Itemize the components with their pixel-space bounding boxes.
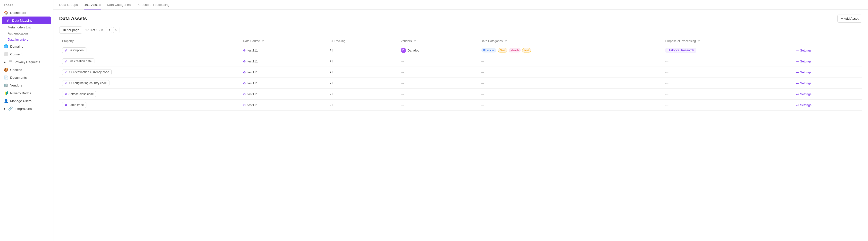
property-tag-icon: ⇄ — [65, 49, 67, 52]
sidebar: Pages 🏠 Dashboard ⇄ Data Mapping Metamod… — [0, 0, 53, 241]
property-tag-icon: ⇄ — [65, 92, 67, 96]
main-content: Data Groups Data Assets Data Categories … — [53, 0, 868, 241]
privacy-badge-icon: 🔰 — [4, 91, 8, 95]
next-page-button[interactable]: > — [113, 27, 119, 33]
sidebar-item-manage-users[interactable]: 👤 Manage Users — [0, 97, 53, 105]
tab-data-assets[interactable]: Data Assets — [84, 3, 101, 9]
sidebar-item-label: Metamodels List — [8, 26, 31, 29]
vendor-empty: --- — [401, 70, 404, 74]
content-area: Data Assets + Add Asset 10 per page 1-10… — [53, 10, 868, 241]
property-tag[interactable]: ⇄Description — [62, 48, 86, 53]
cell-property: ⇄Service class code — [59, 89, 240, 100]
sidebar-item-documents[interactable]: 📄 Documents — [0, 73, 53, 81]
cell-actions: ⇌Settings — [793, 67, 862, 78]
add-asset-label: + Add Asset — [841, 17, 859, 21]
cell-property: ⇄ISO originating country code — [59, 78, 240, 89]
categories-empty: --- — [481, 81, 484, 85]
settings-button[interactable]: ⇌Settings — [796, 81, 811, 85]
cell-pii-tracking: PII — [327, 78, 398, 89]
sidebar-item-label: Authentication — [8, 32, 28, 35]
pagination-nav: < > — [106, 27, 119, 33]
property-name: File creation date — [68, 60, 92, 63]
settings-button[interactable]: ⇌Settings — [796, 92, 811, 96]
data-source-filter-icon[interactable]: ▽ — [262, 39, 264, 42]
table-row: ⇄Description⚙test111PIIDDatadogFinancial… — [59, 45, 862, 56]
property-tag[interactable]: ⇄ISO originating country code — [62, 80, 110, 86]
pii-tracking-value: PII — [330, 60, 333, 63]
purpose-tag: Historical Research — [665, 48, 696, 53]
col-header-purpose: Purpose of Processing ▽ — [662, 37, 793, 45]
purpose-filter-icon[interactable]: ▽ — [698, 39, 700, 42]
category-badge: Health — [509, 48, 521, 53]
dashboard-icon: 🏠 — [4, 10, 8, 15]
property-tag[interactable]: ⇄ISO destination currency code — [62, 69, 112, 75]
property-name: ISO destination currency code — [68, 70, 109, 74]
cell-pii-tracking: PII — [327, 45, 398, 56]
chevron-icon: ▶ — [4, 61, 6, 63]
vendors-filter-icon[interactable]: ▽ — [413, 39, 415, 42]
cell-data-categories: --- — [478, 100, 662, 111]
property-tag[interactable]: ⇄Service class code — [62, 91, 96, 97]
cell-data-categories: --- — [478, 78, 662, 89]
pii-tracking-value: PII — [330, 92, 333, 96]
tab-purpose-of-processing[interactable]: Purpose of Processing — [136, 3, 169, 9]
sidebar-item-privacy-badge[interactable]: 🔰 Privacy Badge — [0, 89, 53, 97]
cell-pii-tracking: PII — [327, 56, 398, 67]
data-categories-filter-icon[interactable]: ▽ — [505, 39, 506, 42]
sidebar-item-data-mapping[interactable]: ⇄ Data Mapping — [2, 17, 51, 24]
sidebar-item-authentication[interactable]: Authentication — [0, 30, 53, 36]
sidebar-item-label: Dashboard — [10, 11, 26, 14]
settings-button[interactable]: ⇌Settings — [796, 60, 811, 63]
cell-purpose: --- — [662, 78, 793, 89]
vendor-empty: --- — [401, 92, 404, 96]
sidebar-item-vendors[interactable]: 🏢 Vendors — [0, 81, 53, 89]
consent-icon: ⬜ — [4, 52, 8, 56]
pii-tracking-value: PII — [330, 49, 333, 52]
privacy-requests-icon: ☰ — [8, 60, 12, 64]
sidebar-item-integrations[interactable]: ▶ 🔗 Integrations — [0, 105, 53, 113]
settings-button[interactable]: ⇌Settings — [796, 49, 811, 52]
cell-data-source: ⚙test111 — [240, 45, 327, 56]
sidebar-item-privacy-requests[interactable]: ▶ ☰ Privacy Requests — [0, 58, 53, 66]
sidebar-item-metamodels-list[interactable]: Metamodels List — [0, 24, 53, 30]
sidebar-item-domains[interactable]: 🌐 Domains — [0, 42, 53, 50]
cell-data-source: ⚙test111 — [240, 67, 327, 78]
sidebar-item-label: Privacy Badge — [10, 91, 31, 95]
settings-icon: ⇌ — [796, 103, 799, 107]
sidebar-item-consent[interactable]: ⬜ Consent — [0, 50, 53, 58]
cell-purpose: --- — [662, 67, 793, 78]
cell-actions: ⇌Settings — [793, 78, 862, 89]
cell-data-categories: --- — [478, 67, 662, 78]
table-row: ⇄Service class code⚙test111PII---------⇌… — [59, 89, 862, 100]
property-tag[interactable]: ⇄Batch trace — [62, 102, 86, 108]
property-tag[interactable]: ⇄File creation date — [62, 58, 94, 64]
categories-empty: --- — [481, 103, 484, 107]
content-header: Data Assets + Add Asset — [59, 14, 862, 23]
prev-page-button[interactable]: < — [106, 27, 112, 33]
cell-actions: ⇌Settings — [793, 45, 862, 56]
add-asset-button[interactable]: + Add Asset — [837, 14, 862, 23]
sidebar-item-label: Cookies — [10, 68, 22, 72]
cell-data-source: ⚙test111 — [240, 78, 327, 89]
category-badge: test — [522, 48, 531, 53]
data-source-value: ⚙test111 — [243, 60, 323, 63]
vendor-empty: --- — [401, 60, 404, 63]
pii-tracking-value: PII — [330, 103, 333, 107]
cell-vendors: --- — [398, 56, 478, 67]
sidebar-item-data-inventory[interactable]: Data Inventory — [0, 36, 53, 42]
col-header-property: Property — [59, 37, 240, 45]
settings-button[interactable]: ⇌Settings — [796, 103, 811, 107]
settings-button[interactable]: ⇌Settings — [796, 70, 811, 74]
categories-list: FinancialTestHealthtest — [481, 48, 659, 53]
property-tag-icon: ⇄ — [65, 81, 67, 85]
sidebar-item-label: Consent — [10, 53, 22, 56]
tab-data-categories[interactable]: Data Categories — [107, 3, 131, 9]
property-name: ISO originating country code — [68, 81, 107, 85]
integrations-icon: 🔗 — [8, 107, 12, 111]
per-page-selector[interactable]: 10 per page — [59, 27, 82, 33]
cell-purpose: --- — [662, 89, 793, 100]
col-header-data-categories: Data Categories ▽ — [478, 37, 662, 45]
sidebar-item-cookies[interactable]: 🍪 Cookies — [0, 66, 53, 73]
tab-data-groups[interactable]: Data Groups — [59, 3, 78, 9]
sidebar-item-dashboard[interactable]: 🏠 Dashboard — [0, 9, 53, 17]
